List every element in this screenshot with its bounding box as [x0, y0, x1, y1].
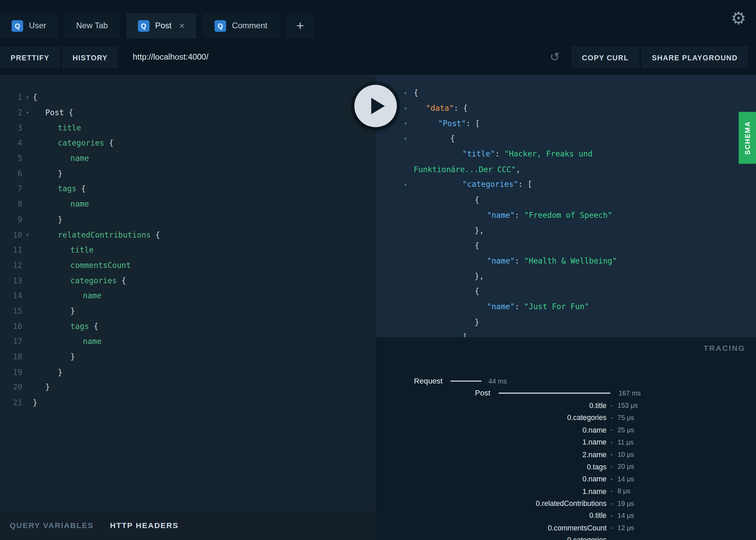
close-tab-icon[interactable]: ×	[179, 21, 185, 30]
trace-row: 1.name-8 μs	[376, 485, 756, 497]
trace-label: 1.name	[376, 438, 607, 446]
token: }	[45, 383, 50, 392]
share-playground-button[interactable]: SHARE PLAYGROUND	[641, 46, 748, 69]
trace-label: 0.title	[376, 511, 607, 520]
code-text: name	[33, 199, 89, 209]
trace-separator: -	[610, 463, 613, 470]
tab-user[interactable]: QUser	[0, 13, 58, 39]
fold-caret-icon[interactable]: ▾	[22, 94, 33, 101]
result-gutter	[376, 314, 414, 330]
code-line: 1▾{	[0, 90, 376, 105]
fold-caret-icon[interactable]: ▾	[404, 105, 407, 112]
settings-gear-icon[interactable]: ⚙	[731, 10, 746, 27]
fold-caret-icon[interactable]: ▾	[404, 120, 407, 127]
fold-caret-icon[interactable]: ▾	[404, 181, 407, 188]
editor-footer: QUERY VARIABLES HTTP HEADERS	[0, 511, 376, 540]
trace-label: 0.name	[376, 475, 607, 483]
tracing-title[interactable]: TRACING	[703, 344, 745, 352]
result-pane: ▾{▾"data": {▾"Post": [▾{"title": "Hacker…	[376, 75, 756, 540]
trace-label: 0.title	[376, 401, 607, 409]
code-line: 15}	[0, 303, 376, 319]
token: {	[151, 230, 160, 239]
code-text: name	[33, 337, 101, 346]
result-gutter	[376, 269, 414, 284]
fold-caret-icon[interactable]: ▾	[404, 135, 407, 142]
trace-time: 12 μs	[617, 524, 634, 532]
new-tab-plus-button[interactable]: +	[286, 13, 315, 39]
token: Funktionäre...Der CCC"	[414, 165, 516, 174]
trace-label: 0.commentsCount	[376, 524, 607, 532]
trace-time: 8 μs	[617, 487, 630, 495]
result-gutter: ▾	[376, 177, 414, 192]
trace-time: 10 μs	[617, 450, 634, 458]
execute-play-button[interactable]	[354, 85, 397, 127]
result-line: ▾"categories": [	[376, 177, 756, 192]
token: {	[117, 276, 126, 285]
result-line: ▾"Post": [	[376, 116, 756, 131]
token: {	[33, 93, 38, 102]
token: "Health & Wellbeing"	[524, 256, 617, 266]
line-number: 4	[0, 138, 22, 148]
trace-row: 0.commentsCount-12 μs	[376, 522, 756, 534]
code-line: 7tags {	[0, 181, 376, 197]
trace-separator: -	[610, 524, 613, 532]
prettify-button[interactable]: PRETTIFY	[0, 46, 60, 69]
trace-separator: -	[610, 438, 613, 446]
token: "Just For Fun"	[524, 302, 589, 311]
tab-post[interactable]: QPost×	[126, 13, 196, 39]
token: title	[58, 123, 81, 132]
schema-tab[interactable]: SCHEMA	[739, 112, 756, 164]
line-number: 20	[0, 383, 22, 392]
code-line: 9}	[0, 212, 376, 227]
line-number: 10	[0, 230, 22, 239]
fold-caret-icon[interactable]: ▾	[22, 109, 33, 116]
trace-time: 14 μs	[617, 512, 634, 520]
copy-curl-button[interactable]: COPY CURL	[571, 46, 639, 69]
result-gutter	[376, 238, 414, 253]
code-text: name	[33, 291, 101, 300]
main-area: 1▾{2▾Post {3title4categories {5name6}7ta…	[0, 75, 756, 540]
code-line: 11title	[0, 242, 376, 258]
code-text: }	[33, 368, 62, 377]
code-text: },	[414, 226, 484, 235]
http-headers-tab[interactable]: HTTP HEADERS	[110, 521, 179, 530]
query-editor-pane[interactable]: 1▾{2▾Post {3title4categories {5name6}7ta…	[0, 75, 376, 540]
reload-icon[interactable]: ↺	[550, 50, 560, 64]
token: categories	[70, 276, 117, 285]
result-gutter	[376, 284, 414, 299]
code-line: 5name	[0, 151, 376, 166]
fold-caret-icon[interactable]: ▾	[22, 231, 33, 238]
trace-separator: -	[610, 414, 613, 422]
token: relatedContributions	[58, 230, 151, 239]
token: }	[475, 317, 479, 327]
trace-label: 0.relatedContributions	[376, 499, 607, 507]
code-text: }	[33, 352, 75, 361]
query-variables-tab[interactable]: QUERY VARIABLES	[10, 521, 93, 530]
code-text: relatedContributions {	[33, 230, 160, 239]
trace-separator: -	[610, 426, 613, 434]
code-text: tags {	[33, 184, 86, 194]
code-text: }	[33, 398, 38, 407]
trace-separator: -	[610, 512, 613, 520]
query-editor[interactable]: 1▾{2▾Post {3title4categories {5name6}7ta…	[0, 75, 376, 511]
code-line: 18}	[0, 349, 376, 364]
code-text: Funktionäre...Der CCC",	[414, 165, 521, 174]
line-number: 14	[0, 291, 22, 300]
code-line: 3title	[0, 120, 376, 135]
fold-caret-icon[interactable]: ▾	[404, 89, 407, 96]
line-number: 7	[0, 184, 22, 194]
line-number: 17	[0, 337, 22, 346]
code-text: {	[414, 134, 455, 143]
query-badge: Q	[215, 20, 226, 32]
result-line: "name": "Health & Wellbeing"	[376, 253, 756, 269]
trace-row: 0.title-153 μs	[376, 399, 756, 411]
trace-row: 0.name-25 μs	[376, 424, 756, 436]
code-text: {	[414, 241, 479, 250]
line-number: 11	[0, 245, 22, 255]
endpoint-url-input[interactable]	[124, 46, 568, 69]
history-button[interactable]: HISTORY	[62, 46, 118, 69]
code-text: {	[414, 287, 479, 296]
tab-comment[interactable]: QComment	[203, 13, 279, 39]
line-number: 12	[0, 260, 22, 270]
tab-new-tab[interactable]: New Tab	[64, 13, 119, 39]
